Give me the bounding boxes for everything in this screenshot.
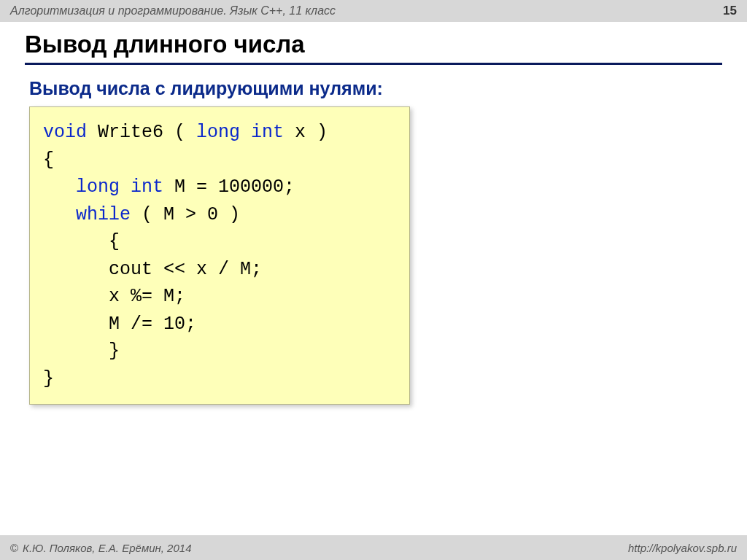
footer-url: http://kpolyakov.spb.ru	[628, 542, 737, 554]
slide-subtitle: Вывод числа с лидирующими нулями:	[29, 78, 722, 99]
slide-title: Вывод длинного числа	[25, 31, 722, 65]
code-line: }	[43, 365, 396, 393]
slide-header: Алгоритмизация и программирование. Язык …	[0, 0, 747, 22]
copyright: © К.Ю. Поляков, Е.А. Ерёмин, 2014	[10, 542, 191, 554]
code-line: while ( M > 0 )	[43, 201, 396, 229]
code-block: void Write6 ( long int x ) { long int M …	[29, 106, 410, 405]
code-line: x %= M;	[43, 283, 396, 311]
code-line: M /= 10;	[43, 311, 396, 338]
code-line: {	[43, 228, 396, 256]
code-line: }	[43, 338, 396, 365]
page-number: 15	[723, 4, 737, 18]
slide-content: Вывод длинного числа Вывод числа с лидир…	[0, 22, 747, 405]
code-line: cout << x / M;	[43, 256, 396, 284]
copyright-icon: ©	[10, 542, 18, 554]
code-line: void Write6 ( long int x )	[43, 119, 396, 147]
course-title: Алгоритмизация и программирование. Язык …	[10, 4, 336, 18]
authors: К.Ю. Поляков, Е.А. Ерёмин, 2014	[23, 542, 191, 554]
slide-footer: © К.Ю. Поляков, Е.А. Ерёмин, 2014 http:/…	[0, 535, 747, 560]
code-line: {	[43, 147, 396, 174]
code-line: long int M = 100000;	[43, 174, 396, 201]
